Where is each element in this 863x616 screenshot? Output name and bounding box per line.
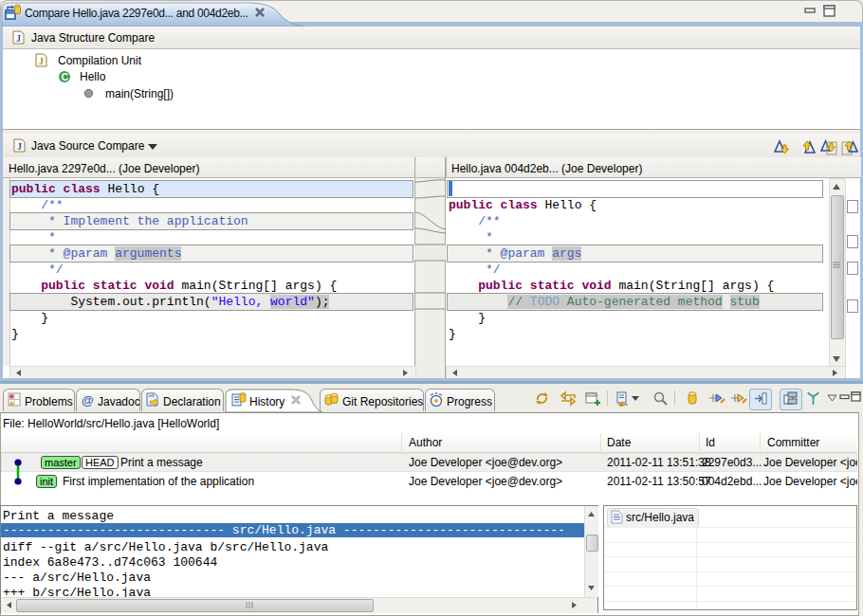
svg-text:C: C xyxy=(61,71,68,82)
svg-text:J: J xyxy=(17,141,22,152)
svg-text:J: J xyxy=(39,56,44,66)
svg-text:J: J xyxy=(16,33,21,44)
